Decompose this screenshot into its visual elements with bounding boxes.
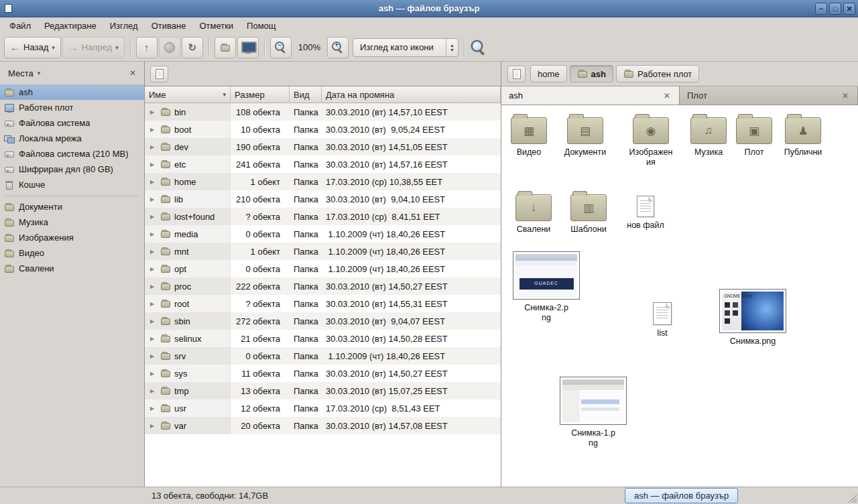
close-tab-icon[interactable]: ✕ (662, 91, 672, 101)
table-row[interactable]: ▶var20 обектаПапка30.03.2010 (вт) 14,57,… (145, 417, 501, 434)
table-row[interactable]: ▶lost+found? обектаПапка17.03.2010 (ср) … (145, 208, 501, 225)
menu-item-view[interactable]: Изглед (103, 19, 145, 32)
view-mode-spinner-icon[interactable]: ▲ ▼ (446, 39, 458, 56)
sidebar-item-documents[interactable]: Документи (0, 199, 144, 214)
forward-button[interactable]: → Напред ▾ (62, 37, 125, 58)
taskbar-window-button[interactable]: ash — файлов браузър (625, 488, 738, 503)
minimize-button[interactable]: − (815, 3, 827, 15)
sidebar-item-encrypted[interactable]: Шифриран дял (80 GB) (0, 162, 144, 177)
table-row[interactable]: ▶etc241 обектаПапка30.03.2010 (вт) 14,57… (145, 155, 501, 173)
reload-button[interactable]: ↻ (182, 37, 203, 58)
folder-item-templates[interactable]: ▥Шаблони (562, 190, 615, 235)
expander-icon[interactable]: ▶ (150, 214, 157, 220)
table-row[interactable]: ▶sys11 обектаПапка30.03.2010 (вт) 14,50,… (145, 365, 501, 382)
expander-icon[interactable]: ▶ (150, 318, 157, 324)
column-header-name[interactable]: Име▾ (145, 86, 231, 103)
column-header-type[interactable]: Вид (290, 86, 322, 103)
path-button-ash[interactable]: ash (570, 65, 613, 82)
back-button[interactable]: ← Назад ▾ (4, 37, 61, 58)
table-row[interactable]: ▶lib210 обектаПапка30.03.2010 (вт) 9,04,… (145, 190, 501, 208)
icon-view[interactable]: ▦Видео▤Документи◉Изображения♫Музика▣Плот… (501, 105, 858, 487)
tab-plot[interactable]: Плот✕ (680, 86, 858, 105)
table-row[interactable]: ▶home1 обектПапка17.03.2010 (ср) 10,38,5… (145, 173, 501, 190)
table-row[interactable]: ▶media0 обектаПапка 1.10.2009 (чт) 18,40… (145, 225, 501, 243)
close-window-button[interactable]: ✕ (843, 3, 855, 15)
sidebar-item-downloads[interactable]: Свалени (0, 261, 144, 276)
table-row[interactable]: ▶srv0 обектаПапка 1.10.2009 (чт) 18,40,2… (145, 347, 501, 365)
expander-icon[interactable]: ▶ (150, 144, 157, 150)
expander-icon[interactable]: ▶ (150, 423, 157, 429)
menu-item-help[interactable]: Помощ (240, 19, 282, 32)
file-item-newfile[interactable]: нов файл (619, 190, 672, 231)
folder-item-video[interactable]: ▦Видео (502, 113, 556, 158)
expander-icon[interactable]: ▶ (150, 109, 157, 115)
expander-icon[interactable]: ▶ (150, 231, 157, 237)
sidebar-item-music[interactable]: Музика (0, 214, 144, 230)
zoom-in-button[interactable] (327, 37, 349, 58)
folder-item-desktop[interactable]: ▣Плот (727, 113, 781, 158)
expander-icon[interactable]: ▶ (150, 405, 157, 412)
expander-icon[interactable]: ▶ (150, 127, 157, 133)
expander-icon[interactable]: ▶ (150, 196, 157, 202)
column-header-date[interactable]: Дата на промяна (322, 86, 501, 103)
table-row[interactable]: ▶sbin272 обектаПапка30.03.2010 (вт) 9,04… (145, 312, 501, 330)
file-item-list[interactable]: list (639, 297, 686, 338)
table-row[interactable]: ▶tmp13 обектаПапка30.03.2010 (вт) 15,07,… (145, 382, 501, 399)
expander-icon[interactable]: ▶ (150, 284, 157, 290)
close-sidebar-button[interactable]: ✕ (127, 67, 139, 79)
expander-icon[interactable]: ▶ (150, 249, 157, 255)
folder-item-downloads[interactable]: ↓Свалени (507, 190, 560, 235)
titlebar[interactable]: ash — файлов браузър − □ ✕ (0, 0, 858, 17)
sidebar-item-videos[interactable]: Видео (0, 245, 144, 261)
table-row[interactable]: ▶bin108 обектаПапка30.03.2010 (вт) 14,57… (145, 103, 501, 121)
menu-item-edit[interactable]: Редактиране (38, 19, 103, 32)
home-button[interactable] (214, 37, 236, 58)
expander-icon[interactable]: ▶ (150, 179, 157, 185)
sidebar-item-pictures[interactable]: Изображения (0, 230, 144, 245)
sidebar-item-network[interactable]: Локална мрежа (0, 131, 144, 146)
menu-item-go[interactable]: Отиване (145, 19, 193, 32)
menu-item-file[interactable]: Файл (3, 19, 38, 32)
sidebar-item-fs210[interactable]: Файлова система (210 MB) (0, 146, 144, 162)
close-tab-icon[interactable]: ✕ (841, 91, 850, 101)
back-history-dropdown-icon[interactable]: ▾ (52, 44, 55, 51)
image-item-snimka[interactable]: GNOME StoreСнимка.png (719, 289, 786, 346)
expander-icon[interactable]: ▶ (150, 353, 157, 359)
expander-icon[interactable]: ▶ (150, 162, 157, 168)
table-row[interactable]: ▶proc222 обектаПапка30.03.2010 (вт) 14,5… (145, 277, 501, 295)
table-row[interactable]: ▶root? обектаПапка30.03.2010 (вт) 14,55,… (145, 295, 501, 312)
expander-icon[interactable]: ▶ (150, 388, 157, 394)
table-row[interactable]: ▶mnt1 обектПапка 1.10.2009 (чт) 18,40,26… (145, 243, 501, 260)
column-header-size[interactable]: Размер (231, 86, 290, 103)
view-mode-select[interactable]: Изглед като икони ▲ ▼ (353, 38, 458, 57)
search-button[interactable] (470, 39, 487, 56)
stop-button[interactable] (159, 37, 180, 58)
location-toggle-button[interactable] (150, 66, 168, 82)
table-row[interactable]: ▶usr12 обектаПапка17.03.2010 (ср) 8,51,4… (145, 399, 501, 417)
sidebar-item-filesystem[interactable]: Файлова система (0, 115, 144, 131)
folder-item-documents[interactable]: ▤Документи (558, 113, 612, 158)
image-item-snimka2[interactable]: GUADECСнимка-2.png (509, 251, 583, 323)
path-button-desktop[interactable]: Работен плот (616, 65, 699, 82)
sidebar-item-trash[interactable]: Кошче (0, 177, 144, 192)
image-item-snimka1[interactable]: Снимка-1.png (556, 377, 630, 448)
expander-icon[interactable]: ▶ (150, 301, 157, 307)
computer-button[interactable] (237, 37, 259, 58)
maximize-button[interactable]: □ (829, 3, 841, 15)
location-toggle-button-2[interactable] (507, 66, 526, 82)
path-button-home[interactable]: home (530, 65, 567, 82)
table-row[interactable]: ▶selinux21 обектаПапка30.03.2010 (вт) 14… (145, 330, 501, 347)
menu-item-bookmarks[interactable]: Отметки (192, 19, 240, 32)
folder-item-images[interactable]: ◉Изображения (624, 113, 678, 168)
tab-ash[interactable]: ash✕ (501, 86, 680, 105)
expander-icon[interactable]: ▶ (150, 336, 157, 342)
expander-icon[interactable]: ▶ (150, 266, 157, 272)
table-row[interactable]: ▶dev190 обектаПапка30.03.2010 (вт) 14,51… (145, 138, 501, 155)
sidebar-item-desktop[interactable]: Работен плот (0, 100, 144, 115)
zoom-out-button[interactable] (270, 37, 292, 58)
resize-grip[interactable] (847, 493, 857, 503)
folder-item-public[interactable]: ♟Публични (776, 113, 830, 158)
up-button[interactable]: ↑ (136, 37, 158, 58)
places-selector[interactable]: Места ▾ (5, 66, 43, 81)
table-row[interactable]: ▶boot10 обектаПапка30.03.2010 (вт) 9,05,… (145, 121, 501, 138)
